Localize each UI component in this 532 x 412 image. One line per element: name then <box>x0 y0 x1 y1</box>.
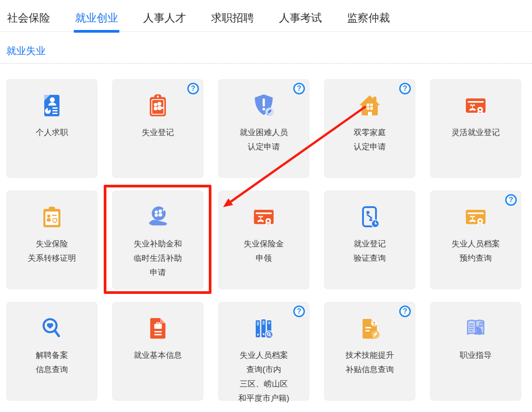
tab-监察仲裁[interactable]: 监察仲裁 <box>347 0 390 31</box>
tile-unemployment-subsidy-application[interactable]: 失业补助金和临时生活补助申请 <box>112 191 203 289</box>
active-tab-underline <box>74 30 119 33</box>
tile-label-line: 关系转移证明 <box>7 251 97 265</box>
tile-label-line: 失业保险金 <box>219 237 309 251</box>
document-person-edit-icon <box>325 314 415 342</box>
tile-label: 失业保险金申领 <box>219 237 309 265</box>
tile-label: 失业人员档案查询(市内三区、崂山区和平度市户籍) <box>219 348 309 405</box>
open-book-pointer-icon <box>431 314 521 342</box>
tab-label: 就业创业 <box>75 12 118 24</box>
tile-employment-registration-verification[interactable]: 就业登记验证查询 <box>324 191 415 289</box>
clipboard-people-icon <box>113 92 203 119</box>
tile-label-line: 就业登记 <box>325 237 415 251</box>
tile-label-line: 职业指导 <box>431 348 521 362</box>
tab-社会保险[interactable]: 社会保险 <box>7 0 50 31</box>
tile-label-line: 失业保险 <box>7 237 97 251</box>
tab-label: 监察仲裁 <box>347 12 390 24</box>
resume-icon <box>7 92 97 119</box>
tab-label: 人事考试 <box>279 12 322 24</box>
help-icon[interactable]: ? <box>399 306 411 317</box>
tile-label-line: 认定申请 <box>219 140 309 154</box>
tile-label-line: 失业人员档案 <box>431 237 521 251</box>
tile-label: 个人求职 <box>7 125 97 140</box>
house-icon <box>325 92 415 119</box>
help-icon[interactable]: ? <box>293 306 305 317</box>
help-icon[interactable]: ? <box>293 83 305 94</box>
tile-double-zero-family-application[interactable]: 双零家庭认定申请? <box>324 79 415 178</box>
tile-label: 失业登记 <box>113 125 203 140</box>
tile-label: 双零家庭认定申请 <box>325 125 415 154</box>
tile-label-line: 失业补助金和 <box>113 237 203 251</box>
tile-label-line: 认定申请 <box>325 140 415 154</box>
tile-label-line: 补贴信息查询 <box>325 362 415 377</box>
tile-label-line: 失业人员档案 <box>219 348 309 362</box>
tab-求职招聘[interactable]: 求职招聘 <box>211 0 254 31</box>
tile-employment-difficulty-application[interactable]: 就业困难人员认定申请? <box>218 79 309 178</box>
tile-label-line: 双零家庭 <box>325 125 415 140</box>
tile-label-line: 解聘备案 <box>7 348 97 362</box>
tile-label: 职业指导 <box>431 348 521 362</box>
tile-label-line: 查询(市内 <box>219 362 309 377</box>
tile-label-line: 三区、崂山区 <box>219 377 309 391</box>
id-card-icon <box>7 203 97 231</box>
tile-label-line: 信息查询 <box>7 362 97 377</box>
tile-label: 失业保险关系转移证明 <box>7 237 97 265</box>
help-icon[interactable]: ? <box>505 194 517 206</box>
tile-label-line: 申领 <box>219 251 309 265</box>
tile-unemployment-insurance-claim[interactable]: 失业保险金申领 <box>218 191 309 289</box>
document-briefcase-icon <box>113 314 203 342</box>
tile-label: 就业登记验证查询 <box>325 237 415 265</box>
tile-flexible-employment-registration[interactable]: 灵活就业登记 <box>430 79 521 178</box>
tab-人事考试[interactable]: 人事考试 <box>279 0 322 31</box>
tablet-person-clock-icon <box>325 203 415 231</box>
tile-label-line: 就业基本信息 <box>113 348 203 362</box>
tile-label-line: 灵活就业登记 <box>431 125 521 140</box>
tile-label-line: 预约查询 <box>431 251 521 265</box>
tile-unemployment-insurance-transfer-certificate[interactable]: 失业保险关系转移证明 <box>6 191 97 289</box>
tile-label-line: 个人求职 <box>7 125 97 140</box>
tile-label-line: 验证查询 <box>325 251 415 265</box>
hand-people-icon <box>113 203 203 231</box>
card-medal-icon <box>431 203 521 231</box>
tile-label-line: 临时生活补助 <box>113 251 203 265</box>
tab-label: 求职招聘 <box>211 12 254 24</box>
tile-label-line: 技术技能提升 <box>325 348 415 362</box>
tab-label: 人事人才 <box>143 12 186 24</box>
tile-label: 就业困难人员认定申请 <box>219 125 309 154</box>
tile-label-line: 就业困难人员 <box>219 125 309 140</box>
tile-personal-job-search[interactable]: 个人求职 <box>6 79 97 178</box>
services-grid: 个人求职失业登记?就业困难人员认定申请?双零家庭认定申请?灵活就业登记失业保险关… <box>6 79 532 400</box>
shield-alert-icon <box>219 92 309 119</box>
tile-skill-upgrade-subsidy-query[interactable]: 技术技能提升补贴信息查询? <box>324 302 415 400</box>
help-icon[interactable]: ? <box>399 83 411 94</box>
tile-unemployment-registration[interactable]: 失业登记? <box>112 79 203 178</box>
tab-人事人才[interactable]: 人事人才 <box>143 0 186 31</box>
tile-label-line: 申请 <box>113 265 203 280</box>
employment-services-page: { "colors": { "accent_blue": "#1677f5", … <box>0 0 532 412</box>
tile-career-guidance[interactable]: 职业指导 <box>430 302 521 400</box>
tile-label: 技术技能提升补贴信息查询 <box>325 348 415 377</box>
help-icon[interactable]: ? <box>187 83 199 94</box>
tile-label-line: 失业登记 <box>113 125 203 140</box>
card-medal-icon <box>219 203 309 231</box>
tile-employment-basic-info[interactable]: 就业基本信息 <box>112 302 203 400</box>
archive-books-icon <box>219 314 309 342</box>
tile-unemployed-file-appointment-query[interactable]: 失业人员档案预约查询? <box>430 191 521 289</box>
card-medal-icon <box>431 92 521 119</box>
section-title: 就业失业 <box>6 44 532 58</box>
magnifier-heart-icon <box>7 314 97 342</box>
tab-label: 社会保险 <box>7 12 50 24</box>
tile-label: 失业补助金和临时生活补助申请 <box>113 237 203 280</box>
tile-dismissal-record-query[interactable]: 解聘备案信息查询 <box>6 302 97 400</box>
top-nav: 社会保险就业创业人事人才求职招聘人事考试监察仲裁 <box>0 0 532 32</box>
tile-unemployed-file-query[interactable]: 失业人员档案查询(市内三区、崂山区和平度市户籍)? <box>218 302 309 400</box>
tile-label: 就业基本信息 <box>113 348 203 362</box>
tile-label: 解聘备案信息查询 <box>7 348 97 377</box>
tab-就业创业[interactable]: 就业创业 <box>75 0 118 31</box>
section-divider <box>0 63 532 64</box>
tile-label: 灵活就业登记 <box>431 125 521 140</box>
tile-label: 失业人员档案预约查询 <box>431 237 521 265</box>
tile-label-line: 和平度市户籍) <box>219 391 309 405</box>
